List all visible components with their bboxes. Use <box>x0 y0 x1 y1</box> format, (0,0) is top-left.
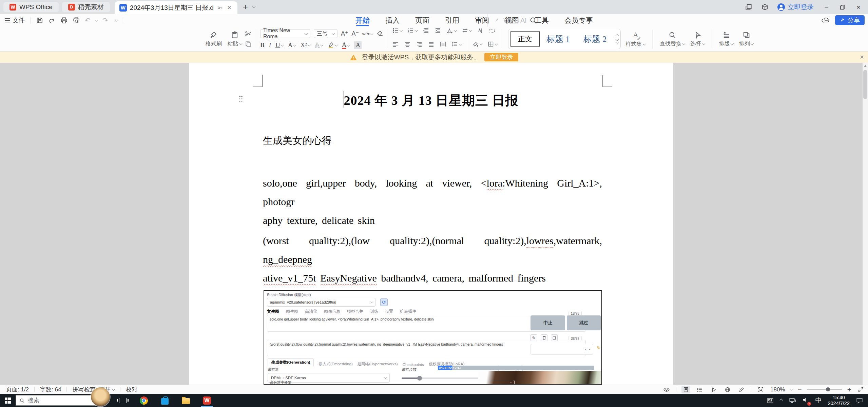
font-name-select[interactable]: Times New Roma <box>260 29 310 38</box>
zoom-level[interactable]: 180% <box>770 386 785 393</box>
paste-button[interactable]: 粘贴 <box>225 28 245 50</box>
zoom-out-button[interactable]: − <box>797 386 802 394</box>
clock[interactable]: 15:40 2024/7/22 <box>828 395 850 406</box>
tab-review[interactable]: 审阅 <box>475 14 489 27</box>
volume-muted-icon[interactable]: × <box>802 396 809 405</box>
export-icon[interactable] <box>48 17 56 24</box>
print-preview-icon[interactable] <box>73 17 80 24</box>
ink-pen-button[interactable] <box>737 386 746 393</box>
text-direction-button[interactable] <box>462 27 468 34</box>
underline-button[interactable]: U <box>275 41 280 49</box>
taskbar-chrome-button[interactable] <box>137 394 151 407</box>
tab-wps-home[interactable]: W WPS Office <box>3 2 59 12</box>
borders-button[interactable] <box>487 41 494 47</box>
network-icon[interactable] <box>789 397 796 404</box>
line-spacing-button[interactable] <box>451 41 458 47</box>
ime-indicator[interactable]: 中 <box>815 396 822 405</box>
align-center-button[interactable] <box>404 41 411 47</box>
floating-user-avatar[interactable] <box>91 387 110 406</box>
distribute-button[interactable] <box>440 41 446 47</box>
style-heading1[interactable]: 标题 1 <box>540 34 577 45</box>
clear-format-icon[interactable] <box>376 30 384 37</box>
taskbar-explorer-button[interactable] <box>179 394 193 407</box>
workspace-cube-icon[interactable] <box>761 3 769 11</box>
quickbar-more-chevron-icon[interactable] <box>114 18 118 22</box>
text-effects-button[interactable]: A <box>315 41 320 49</box>
format-painter-button[interactable]: 格式刷 <box>203 28 225 50</box>
scrollbar-thumb[interactable] <box>863 70 867 99</box>
fit-page-button[interactable] <box>756 386 765 393</box>
document-page[interactable]: 2024 年 3 月 13 日星期三 日报 生成美女的心得 solo,one g… <box>189 63 673 385</box>
zoom-chevron-icon[interactable] <box>790 387 793 391</box>
numbered-list-button[interactable] <box>407 27 414 34</box>
decrease-font-button[interactable]: A⁻ <box>352 30 359 37</box>
highlight-button[interactable] <box>327 42 334 49</box>
taskbar-store-button[interactable] <box>158 394 172 407</box>
word-count[interactable]: 字数: 64 <box>40 386 61 393</box>
gallery-up-icon[interactable] <box>616 34 619 37</box>
restore-button[interactable] <box>840 4 846 10</box>
search-icon[interactable] <box>529 16 537 24</box>
minimize-button[interactable]: − <box>822 3 830 11</box>
gallery-more-icon[interactable] <box>616 40 619 44</box>
undo-icon[interactable]: ↶ <box>85 16 91 24</box>
print-icon[interactable] <box>60 17 68 24</box>
text-frame-button[interactable] <box>489 27 496 34</box>
tab-member[interactable]: 会员专享 <box>564 14 593 27</box>
tab-insert[interactable]: 插入 <box>385 14 400 27</box>
strikethrough-button[interactable]: A <box>288 41 293 49</box>
cloud-sync-icon[interactable] <box>822 16 830 25</box>
new-tab-button[interactable]: + <box>243 2 248 12</box>
task-view-button[interactable] <box>116 394 130 407</box>
tab-close-icon[interactable]: × <box>226 4 233 12</box>
undo-chevron-icon[interactable] <box>95 18 98 22</box>
increase-indent-button[interactable] <box>435 27 441 34</box>
tab-document-active[interactable]: W 2024年3月13日星期三 日报.d × <box>115 1 237 14</box>
proofing-button[interactable]: 校对 <box>126 386 137 393</box>
style-heading2[interactable]: 标题 2 <box>577 34 614 45</box>
font-color-button[interactable]: A <box>342 41 347 49</box>
save-icon[interactable] <box>36 17 43 24</box>
start-button[interactable] <box>0 394 16 407</box>
slideshow-view-button[interactable] <box>709 386 718 393</box>
news-widget-icon[interactable] <box>767 397 774 404</box>
justify-button[interactable] <box>428 41 435 47</box>
style-set-button[interactable]: A 样式集 <box>623 28 648 50</box>
zoom-slider[interactable] <box>807 389 842 390</box>
select-button[interactable]: 选择 <box>688 28 708 50</box>
tab-page[interactable]: 页面 <box>415 14 429 27</box>
style-normal[interactable]: 正文 <box>510 31 540 47</box>
vertical-scrollbar[interactable] <box>863 63 868 385</box>
close-button[interactable]: × <box>854 3 863 11</box>
arrange-button[interactable]: 排列 <box>736 28 756 50</box>
char-shading-button[interactable]: A <box>354 41 362 49</box>
bold-button[interactable]: B <box>260 41 265 49</box>
bullet-list-button[interactable] <box>392 27 399 34</box>
superscript-button[interactable]: X² <box>300 41 307 49</box>
web-view-button[interactable] <box>723 386 732 393</box>
font-size-select[interactable]: 三号 <box>314 29 337 38</box>
sort-button[interactable] <box>477 27 484 34</box>
tab-list-chevron-icon[interactable] <box>252 5 255 8</box>
window-switch-icon[interactable] <box>745 3 752 11</box>
taskbar-wps-button[interactable]: W <box>200 394 214 407</box>
taskbar-search-box[interactable]: 搜索 <box>16 395 103 406</box>
italic-button[interactable]: I <box>269 41 271 49</box>
scroll-up-icon[interactable] <box>864 65 867 67</box>
increase-font-button[interactable]: A⁺ <box>341 30 348 37</box>
decrease-indent-button[interactable] <box>423 27 429 34</box>
align-right-button[interactable] <box>416 41 423 47</box>
zoom-in-button[interactable]: + <box>847 386 851 394</box>
tray-expand-icon[interactable] <box>780 399 783 402</box>
fullscreen-button[interactable] <box>856 386 865 393</box>
login-link[interactable]: 立即登录 <box>777 3 813 12</box>
page-view-button[interactable] <box>681 386 690 393</box>
find-replace-button[interactable]: 查找替换 <box>657 28 688 50</box>
char-scale-button[interactable] <box>446 27 453 34</box>
read-mode-button[interactable] <box>662 386 671 393</box>
align-left-button[interactable] <box>392 41 399 47</box>
outline-view-button[interactable] <box>695 386 704 393</box>
redo-icon[interactable]: ↷ <box>102 16 108 24</box>
action-center-icon[interactable] <box>856 397 863 404</box>
shading-button[interactable] <box>472 41 479 47</box>
